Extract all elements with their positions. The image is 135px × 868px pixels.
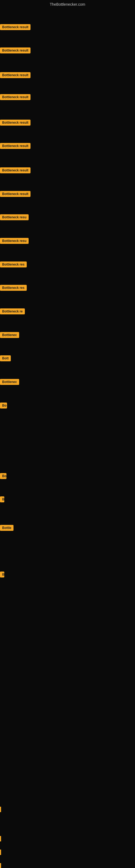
- result-row: Bo: [0, 403, 7, 410]
- bottleneck-badge-1[interactable]: Bottleneck result: [0, 24, 31, 30]
- bottleneck-badge-14[interactable]: Bottlenec: [0, 332, 19, 338]
- result-row: Bottleneck result: [0, 48, 31, 55]
- result-row: Bottle: [0, 525, 13, 532]
- bottleneck-badge-5[interactable]: Bottleneck result: [0, 120, 31, 126]
- bottleneck-badge-6[interactable]: Bottleneck result: [0, 143, 31, 149]
- result-row: Bottleneck result: [0, 94, 31, 101]
- result-row: B: [0, 571, 4, 579]
- bottleneck-badge-10[interactable]: Bottleneck resu: [0, 238, 29, 244]
- bottleneck-badge-16[interactable]: Bottlenec: [0, 379, 19, 385]
- result-row: Bottleneck result: [0, 191, 31, 198]
- bottleneck-badge-3[interactable]: Bottleneck result: [0, 72, 31, 78]
- result-row: Bottleneck re: [0, 308, 25, 315]
- result-row: Bottleneck res: [0, 285, 27, 292]
- bottleneck-badge-13[interactable]: Bottleneck re: [0, 308, 25, 314]
- bottleneck-badge-12[interactable]: Bottleneck res: [0, 285, 27, 291]
- bar-marker: [0, 807, 1, 812]
- bottleneck-badge-7[interactable]: Bottleneck result: [0, 167, 31, 173]
- bar-indicator-37: [0, 849, 1, 855]
- result-row: Bottleneck result: [0, 120, 31, 127]
- result-row: Bo: [0, 473, 6, 480]
- bar-indicator-38: [0, 863, 1, 868]
- result-row: Bottleneck result: [0, 143, 31, 150]
- result-row: Bottleneck resu: [0, 238, 29, 245]
- bar-marker: [0, 849, 1, 855]
- bottleneck-badge-9[interactable]: Bottleneck resu: [0, 214, 29, 220]
- result-row: Bottleneck res: [0, 261, 27, 269]
- result-row: Bott: [0, 355, 11, 362]
- bottleneck-badge-4[interactable]: Bottleneck result: [0, 94, 31, 100]
- bottleneck-badge-8[interactable]: Bottleneck result: [0, 191, 31, 197]
- bottleneck-badge-22[interactable]: Bottle: [0, 525, 13, 531]
- site-title: TheBottlenecker.com: [0, 0, 135, 9]
- bottleneck-badge-20[interactable]: Bo: [0, 473, 6, 479]
- result-row: Bottleneck resu: [0, 214, 29, 221]
- result-row: Bottleneck result: [0, 24, 31, 31]
- bottleneck-badge-24[interactable]: B: [0, 571, 4, 578]
- bottleneck-badge-11[interactable]: Bottleneck res: [0, 261, 27, 268]
- bar-marker: [0, 836, 1, 841]
- bar-indicator-36: [0, 836, 1, 841]
- bar-indicator-34: [0, 807, 1, 812]
- result-row: B: [0, 496, 4, 503]
- result-row: Bottleneck result: [0, 167, 31, 175]
- bottleneck-badge-17[interactable]: Bo: [0, 403, 7, 408]
- result-row: Bottlenec: [0, 332, 19, 339]
- bar-marker: [0, 863, 1, 868]
- bottleneck-badge-2[interactable]: Bottleneck result: [0, 48, 31, 54]
- bottleneck-badge-21[interactable]: B: [0, 496, 4, 502]
- bottleneck-badge-15[interactable]: Bott: [0, 355, 11, 361]
- result-row: Bottlenec: [0, 379, 19, 386]
- result-row: Bottleneck result: [0, 72, 31, 79]
